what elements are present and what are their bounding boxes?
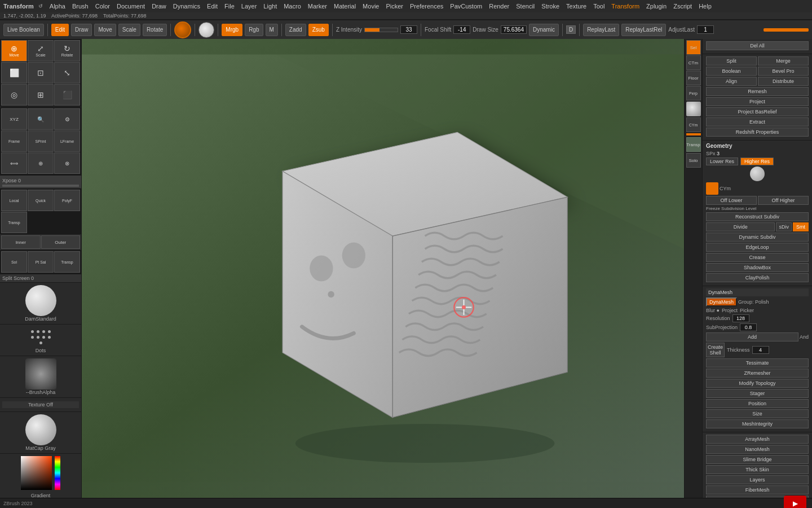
outer-tool[interactable]: Outer xyxy=(41,235,81,249)
local-tool[interactable]: Local xyxy=(1,190,27,211)
brush-preview-ball[interactable] xyxy=(25,285,56,316)
smt-button[interactable]: Smt xyxy=(793,222,809,231)
frame-tool[interactable]: Frame xyxy=(1,130,27,152)
scale-tool[interactable]: ⤢ Scale xyxy=(28,40,54,62)
dynamesh-button[interactable]: DynaMesh xyxy=(706,297,737,306)
lframe-tool[interactable]: LFrame xyxy=(54,130,80,152)
merge-button[interactable]: Merge xyxy=(758,56,809,65)
move-tool[interactable]: ⊕ Move xyxy=(1,40,27,62)
menu-dynamics[interactable]: Dynamics xyxy=(173,3,200,10)
quick-tool[interactable]: Quick xyxy=(28,190,54,211)
tool-7[interactable]: ◎ xyxy=(1,84,27,106)
transp-tool[interactable]: Transp xyxy=(1,212,27,233)
menu-macro[interactable]: Macro xyxy=(284,3,301,10)
sol-tool[interactable]: Sol xyxy=(1,251,27,273)
tool-9[interactable]: ⬛ xyxy=(54,84,80,106)
menu-color[interactable]: Color xyxy=(95,3,110,10)
redshift-button[interactable]: Redshift Properties xyxy=(706,128,809,137)
menu-zscript[interactable]: Zscript xyxy=(673,3,692,10)
reconstruct-subdiv-button[interactable]: Reconstruct Subdiv xyxy=(706,212,809,221)
ctm-tool[interactable]: CTm xyxy=(686,55,701,70)
rotate-tool[interactable]: ↻ Rotate xyxy=(54,40,80,62)
search-tool[interactable]: 🔍 xyxy=(28,108,54,130)
menu-layer[interactable]: Layer xyxy=(241,3,257,10)
brush-circle[interactable] xyxy=(174,21,191,38)
dynamesh-header[interactable]: DynaMesh xyxy=(706,288,809,296)
menu-stencil[interactable]: Stencil xyxy=(516,3,535,10)
cym-tool[interactable]: CYm xyxy=(686,117,701,132)
lower-res-button[interactable]: Lower Res xyxy=(706,157,738,165)
z-intensity-slider[interactable] xyxy=(364,28,398,32)
menu-zplugin[interactable]: Zplugin xyxy=(646,3,667,10)
group-polish-label[interactable]: Group: Polish xyxy=(738,299,769,305)
project-button[interactable]: Project xyxy=(706,97,809,106)
canvas-area[interactable] xyxy=(82,39,684,498)
m-button[interactable]: M xyxy=(266,24,278,36)
texture-off-label[interactable]: Texture Off xyxy=(2,401,79,408)
menu-stroke[interactable]: Stroke xyxy=(541,3,559,10)
split-screen-label[interactable]: Xpose 0 Split Screen 0 xyxy=(0,274,81,282)
array-mesh-button[interactable]: ArrayMesh xyxy=(706,435,809,444)
inner-tool[interactable]: Inner xyxy=(1,235,41,249)
xyz-tool[interactable]: XYZ xyxy=(1,108,27,130)
layers-button[interactable]: Layers xyxy=(706,475,809,484)
menu-light[interactable]: Light xyxy=(263,3,277,10)
menu-brush[interactable]: Brush xyxy=(72,3,89,10)
dynamic-subdiv-button[interactable]: Dynamic Subdiv xyxy=(706,233,809,242)
sdiv-button[interactable]: sDiv xyxy=(776,222,792,231)
remesh-button[interactable]: Remesh xyxy=(706,87,809,96)
zsub-button[interactable]: Zsub xyxy=(308,24,329,36)
slime-bridge-button[interactable]: Slime Bridge xyxy=(706,455,809,464)
crease-button[interactable]: Crease xyxy=(706,253,809,262)
dynamic-button[interactable]: Dynamic xyxy=(529,24,559,36)
ptsal-tool[interactable]: Pt Sal xyxy=(28,251,54,273)
menu-marker[interactable]: Marker xyxy=(308,3,327,10)
menu-material[interactable]: Material xyxy=(334,3,356,10)
replay-last-rel-button[interactable]: ReplayLastRel xyxy=(621,24,666,36)
tool-4[interactable]: ⬜ xyxy=(1,62,27,84)
project-bas-relief-button[interactable]: Project BasRelief xyxy=(706,107,809,116)
menu-edit[interactable]: Edit xyxy=(207,3,218,10)
higher-res-button[interactable]: Higher Res xyxy=(740,157,774,165)
tool-6[interactable]: ⤡ xyxy=(54,62,80,84)
add-button[interactable]: Add xyxy=(706,332,798,341)
rotate-button[interactable]: Rotate xyxy=(143,24,167,36)
xpose-slider[interactable] xyxy=(2,185,79,187)
mesh-integrity-button[interactable]: MeshIntegrity xyxy=(706,419,809,428)
tessimate-button[interactable]: Tessimate xyxy=(706,358,809,367)
floor-tool[interactable]: Floor xyxy=(686,71,701,85)
menu-alpha[interactable]: Alpha xyxy=(50,3,65,10)
menu-movie[interactable]: Movie xyxy=(363,3,379,10)
del-all-button[interactable]: Del All xyxy=(706,41,809,50)
solo-tool[interactable]: Solo xyxy=(686,153,701,168)
matcap-preview[interactable] xyxy=(25,414,56,445)
live-boolean-button[interactable]: Live Boolean xyxy=(3,24,44,36)
off-higher-button[interactable]: Off Higher xyxy=(758,196,809,205)
sym-tool[interactable]: ⟺ xyxy=(1,152,27,174)
extract-button[interactable]: Extract xyxy=(706,117,809,126)
transp-mini-tool[interactable]: Transp xyxy=(686,137,701,152)
fiber-mesh-button[interactable]: FiberMesh xyxy=(706,485,809,494)
modify-topology-button[interactable]: Modify Topology xyxy=(706,379,809,388)
zremesher-button[interactable]: ZRemesher xyxy=(706,369,809,378)
edit-button[interactable]: Edit xyxy=(51,24,69,36)
multi-tool[interactable]: ⊗ xyxy=(54,152,80,174)
scale-button[interactable]: Scale xyxy=(118,24,140,36)
snap-tool[interactable]: ⊕ xyxy=(28,152,54,174)
thick-skin-button[interactable]: Thick Skin xyxy=(706,465,809,474)
menu-document[interactable]: Document xyxy=(117,3,145,10)
clay-polish-button[interactable]: ClayPolish xyxy=(706,273,809,282)
tool-5[interactable]: ⊡ xyxy=(28,62,54,84)
perp-tool[interactable]: Perp xyxy=(686,86,701,100)
rgb-button[interactable]: Rgb xyxy=(245,24,263,36)
distribute-button[interactable]: Distribute xyxy=(758,77,809,86)
menu-render[interactable]: Render xyxy=(489,3,509,10)
menu-file[interactable]: File xyxy=(224,3,235,10)
menu-tool[interactable]: Tool xyxy=(593,3,604,10)
youtube-button[interactable]: ▶ xyxy=(784,496,806,509)
shadowbox-button[interactable]: ShadowBox xyxy=(706,263,809,272)
polyf-tool[interactable]: PolyF xyxy=(54,190,80,211)
align-button[interactable]: Align xyxy=(706,77,757,86)
transp2-tool[interactable]: Transp xyxy=(54,251,80,273)
menu-help[interactable]: Help xyxy=(699,3,712,10)
